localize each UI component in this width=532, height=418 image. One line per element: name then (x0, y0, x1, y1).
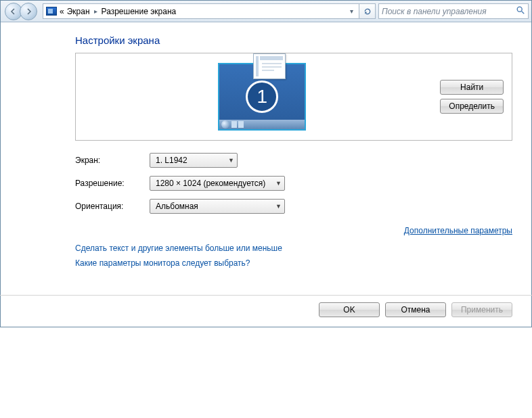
monitor-preview[interactable]: 1 (218, 63, 306, 131)
identify-button[interactable]: Определить (440, 99, 504, 114)
chevron-down-icon: ▼ (269, 180, 282, 187)
resolution-select[interactable]: 1280 × 1024 (рекомендуется) ▼ (150, 176, 285, 191)
taskbar-icon-preview (238, 121, 244, 128)
chevron-down-icon: ▼ (269, 203, 282, 210)
forward-button[interactable] (20, 3, 37, 20)
page-title: Настройки экрана (75, 34, 512, 46)
resolution-row: Разрешение: 1280 × 1024 (рекомендуется) … (75, 176, 512, 191)
breadcrumb-item-resolution[interactable]: Разрешение экрана (100, 4, 178, 18)
resolution-value: 1280 × 1024 (рекомендуется) (156, 179, 265, 188)
display-row: Экран: 1. L1942 ▼ (75, 153, 512, 168)
monitor-preview-center: 1 (84, 63, 440, 131)
chevron-right-icon: ▸ (93, 7, 99, 15)
ok-button[interactable]: OK (319, 302, 380, 317)
monitor-side-buttons: Найти Определить (440, 80, 504, 114)
chevron-down-icon: ▼ (221, 157, 234, 164)
orientation-row: Ориентация: Альбомная ▼ (75, 199, 512, 214)
window-preview-icon (253, 53, 286, 79)
display-value: 1. L1942 (156, 156, 187, 165)
address-bar[interactable]: « Экран ▸ Разрешение экрана ▾ (43, 3, 359, 19)
content-area: Настройки экрана 1 Найти Определить (1, 22, 531, 285)
orientation-select[interactable]: Альбомная ▼ (150, 199, 285, 214)
orientation-value: Альбомная (156, 202, 198, 211)
address-dropdown-icon[interactable]: ▾ (347, 7, 356, 15)
search-placeholder: Поиск в панели управления (382, 7, 487, 16)
resize-text-link[interactable]: Сделать текст и другие элементы больше и… (75, 243, 512, 253)
resolution-label: Разрешение: (75, 179, 150, 188)
monitor-preview-box: 1 Найти Определить (75, 53, 512, 141)
taskbar-icon-preview (231, 121, 237, 128)
window-topbar: « Экран ▸ Разрешение экрана ▾ Поиск в па… (1, 1, 531, 22)
apply-button: Применить (451, 302, 512, 317)
monitor-help-link[interactable]: Какие параметры монитора следует выбрать… (75, 258, 512, 268)
address-bar-wrapper: « Экран ▸ Разрешение экрана ▾ Поиск в па… (43, 3, 530, 19)
display-select[interactable]: 1. L1942 ▼ (150, 153, 238, 168)
find-button[interactable]: Найти (440, 80, 504, 95)
search-input[interactable]: Поиск в панели управления (378, 3, 529, 19)
monitor-number: 1 (246, 80, 278, 113)
search-icon (516, 5, 525, 17)
breadcrumb: « Экран ▸ Разрешение экрана (58, 4, 179, 18)
cancel-button[interactable]: Отмена (385, 302, 446, 317)
svg-line-1 (522, 11, 525, 14)
separator (0, 295, 532, 296)
nav-buttons (2, 3, 40, 20)
breadcrumb-item-display[interactable]: Экран (66, 4, 91, 18)
display-settings-window: « Экран ▸ Разрешение экрана ▾ Поиск в па… (0, 0, 532, 327)
dialog-buttons: OK Отмена Применить (1, 302, 531, 327)
orientation-label: Ориентация: (75, 202, 150, 211)
display-settings-icon (46, 7, 57, 16)
display-label: Экран: (75, 156, 150, 165)
refresh-button[interactable] (359, 3, 376, 19)
advanced-settings-link[interactable]: Дополнительные параметры (75, 226, 512, 235)
help-links: Сделать текст и другие элементы больше и… (75, 243, 512, 268)
breadcrumb-prefix: « (60, 7, 64, 16)
svg-point-0 (517, 7, 522, 11)
